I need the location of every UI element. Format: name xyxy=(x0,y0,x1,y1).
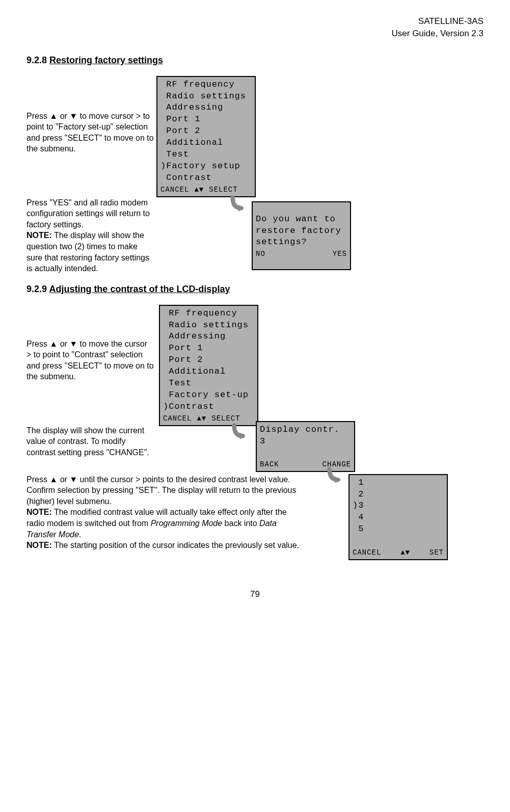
note-label: NOTE: xyxy=(26,541,52,549)
updown-icon: ▲▼ xyxy=(400,548,410,558)
instruction-2-text: Press "YES" and all radio modem configur… xyxy=(26,198,150,229)
document-header: SATELLINE-3AS User Guide, Version 2.3 xyxy=(26,15,484,40)
instruction-1: Press ▲ or ▼ to move the cursor > to poi… xyxy=(26,338,154,382)
lcd-body: RF frequency Radio settings Addressing P… xyxy=(160,306,257,413)
page-number: 79 xyxy=(0,589,510,599)
updown-icon: ▲▼ xyxy=(194,185,204,195)
lcd-no-label: NO xyxy=(256,249,265,259)
lcd-main-menu-contrast: RF frequency Radio settings Addressing P… xyxy=(159,305,258,426)
instruction-1: Press ▲ or ▼ to move cursor > to point t… xyxy=(26,111,154,154)
lcd-contrast-values: 1 2 )3 4 5 CANCEL ▲▼ SET xyxy=(348,474,448,561)
instruction-2: Press "YES" and all radio modem configur… xyxy=(26,197,154,274)
lcd-select-label: SELECT xyxy=(209,185,237,195)
instruction-2: The display will show the current value … xyxy=(26,425,154,458)
instruction-3: Press ▲ or ▼ until the cursor > points t… xyxy=(26,474,302,551)
section-title: Restoring factory settings xyxy=(49,55,163,65)
flow-arrow-icon xyxy=(226,195,248,217)
updown-icon: ▲▼ xyxy=(197,414,206,424)
section-heading-1: 9.2.8 Restoring factory settings xyxy=(26,55,484,66)
guide-version: User Guide, Version 2.3 xyxy=(26,28,484,40)
lcd-factory-confirm: Do you want to restore factory settings?… xyxy=(252,201,351,271)
lcd-cancel-label: CANCEL xyxy=(163,414,192,424)
section-number: 9.2.9 xyxy=(26,284,47,294)
lcd-set-label: SET xyxy=(430,548,444,558)
lcd-cancel-label: CANCEL xyxy=(353,548,381,558)
flow-arrow-icon xyxy=(323,467,344,488)
section-adjusting-contrast: 9.2.9 Adjusting the contrast of the LCD-… xyxy=(26,284,484,570)
lcd-footer: CANCEL ▲▼ SET xyxy=(350,547,447,559)
note-label: NOTE: xyxy=(26,508,52,516)
lcd-yes-label: YES xyxy=(333,249,347,259)
section-restoring-factory-settings: 9.2.8 Restoring factory settings Press ▲… xyxy=(26,55,484,265)
flow-arrow-icon xyxy=(228,423,249,444)
lcd-body: RF frequency Radio settings Addressing P… xyxy=(157,77,255,184)
instruction-3-note2: The starting position of the cursor indi… xyxy=(52,541,299,549)
lcd-select-label: SELECT xyxy=(211,414,240,424)
lcd-body: Do you want to restore factory settings? xyxy=(253,212,350,249)
note-label: NOTE: xyxy=(26,231,52,240)
lcd-cancel-label: CANCEL xyxy=(160,185,189,195)
product-name: SATELLINE-3AS xyxy=(26,15,484,28)
instruction-3-text: Press ▲ or ▼ until the cursor > points t… xyxy=(26,475,297,506)
lcd-main-menu-factory: RF frequency Radio settings Addressing P… xyxy=(156,76,256,197)
lcd-footer: NO YES xyxy=(253,248,350,269)
instruction-3-note1c: . xyxy=(79,530,81,539)
section-heading-2: 9.2.9 Adjusting the contrast of the LCD-… xyxy=(26,284,484,295)
instruction-3-note1b: back into xyxy=(222,519,259,528)
lcd-footer: CANCEL ▲▼ SELECT xyxy=(157,184,255,196)
section-number: 9.2.8 xyxy=(26,55,47,65)
lcd-contrast-current: Display contr. 3 BACK CHANGE xyxy=(256,421,355,473)
italic-programming-mode: Programming Mode xyxy=(151,519,223,528)
section-title: Adjusting the contrast of the LCD-displa… xyxy=(49,284,230,294)
lcd-body: 1 2 )3 4 5 xyxy=(350,475,447,547)
lcd-back-label: BACK xyxy=(260,460,279,469)
lcd-body: Display contr. 3 xyxy=(257,422,354,459)
